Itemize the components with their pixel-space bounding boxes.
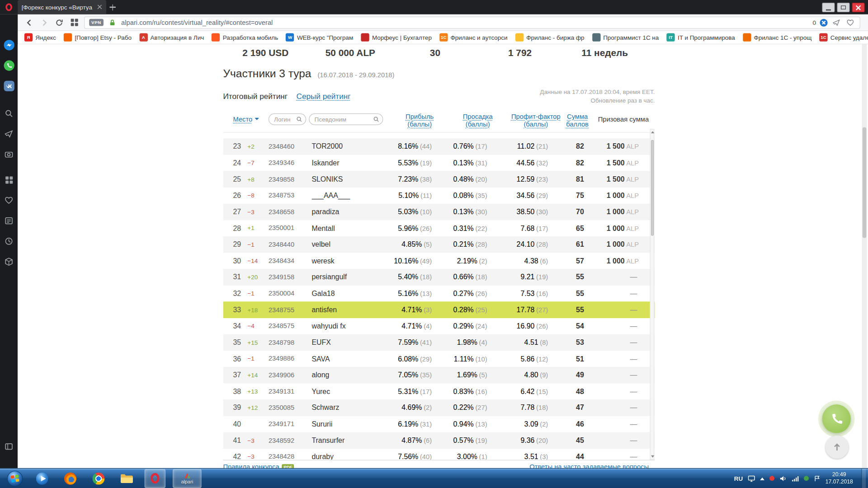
action-center-flag-icon[interactable]: [814, 475, 821, 482]
cell-nickname: Mentall: [311, 224, 389, 232]
bookmark-item[interactable]: Морфеус | Бухгалтер: [361, 33, 432, 41]
table-scrollbar-thumb[interactable]: [651, 140, 653, 236]
bookmarks-heart-icon[interactable]: [0, 192, 18, 209]
browser-addressbar: VPN alpari.com/ru/contest/virtual_realit…: [18, 14, 868, 31]
messenger-icon[interactable]: [0, 37, 18, 53]
faq-link[interactable]: Ответы на часто задаваемые вопросы: [529, 463, 649, 468]
extensions-icon[interactable]: [0, 253, 18, 270]
column-profit[interactable]: Прибыль (баллы): [402, 113, 437, 129]
url-text[interactable]: alpari.com/ru/contest/virtual_reality/#c…: [121, 19, 809, 26]
bookmark-item[interactable]: Я Яндекс: [24, 33, 56, 41]
browser-scrollbar[interactable]: [862, 44, 867, 468]
cell-drawdown: 0.29%(24): [432, 322, 487, 330]
network-icon[interactable]: [792, 475, 799, 482]
send-to-device-icon[interactable]: [0, 126, 18, 142]
vk-icon[interactable]: [0, 77, 18, 94]
url-field[interactable]: VPN alpari.com/ru/contest/virtual_realit…: [84, 16, 860, 28]
drawdown-value: 0.29%: [453, 322, 474, 330]
display-icon[interactable]: [748, 475, 755, 482]
cell-nickname: EUFX: [311, 338, 389, 346]
window-maximize-button[interactable]: [837, 3, 849, 12]
column-points[interactable]: Сумма баллов: [564, 113, 591, 129]
cell-prize: 1 500ALP: [584, 175, 655, 183]
profit-factor-points: (32): [536, 159, 548, 167]
taskbar-explorer-button[interactable]: [116, 469, 137, 488]
browser-scrollbar-thumb[interactable]: [863, 127, 867, 238]
taskbar-opera-button[interactable]: [145, 469, 166, 488]
show-desktop-button[interactable]: [861, 469, 866, 488]
cell-nickname: Iskander: [311, 159, 389, 167]
volume-icon[interactable]: [779, 475, 787, 482]
back-icon[interactable]: [24, 18, 34, 28]
profit-factor-value: 7.68: [520, 224, 534, 232]
cell-points-total: 49: [548, 371, 584, 379]
nickname-search-input[interactable]: [309, 113, 383, 125]
whatsapp-icon[interactable]: [0, 57, 18, 74]
speed-dial-icon[interactable]: [69, 18, 79, 28]
bookmark-item[interactable]: 1С Фриланс и аутсорси: [439, 33, 507, 41]
bookmark-item[interactable]: Фриланс 1С - упрощ: [743, 33, 811, 41]
start-button[interactable]: [5, 469, 24, 488]
bookmark-item[interactable]: Фриланс - биржа фр: [515, 33, 585, 41]
sidebar-settings-icon[interactable]: [0, 438, 18, 455]
browser-tab[interactable]: [Форекс конкурс «Виртуа: [18, 0, 106, 14]
callback-phone-button[interactable]: [822, 404, 851, 433]
forward-icon[interactable]: [39, 18, 49, 28]
bookmark-item[interactable]: А Авторизация в Лич: [139, 33, 204, 41]
drawdown-value: 2.19%: [457, 257, 477, 265]
bookmark-favicon: IT: [666, 33, 675, 41]
history-icon[interactable]: [0, 233, 18, 250]
tray-app-green-icon[interactable]: [804, 476, 809, 481]
vpn-badge[interactable]: VPN: [89, 19, 104, 26]
tray-app-red-icon[interactable]: [769, 476, 774, 481]
bookmark-item[interactable]: W WEB-курс "Програм: [286, 33, 353, 41]
bookmark-item[interactable]: [Повтор] Etsy - Рабо: [64, 33, 132, 41]
firefox-icon: [64, 472, 76, 484]
table-row: 31 +20 2349158 persiangulf 5.40%(18) 0.6…: [223, 269, 655, 285]
rank: 25: [233, 175, 248, 183]
contest-rules-link[interactable]: Правила конкурса: [223, 463, 279, 468]
adblock-icon[interactable]: [820, 19, 827, 26]
cell-profit: 7.05%(35): [389, 371, 432, 379]
cell-prize: —: [584, 404, 655, 412]
share-icon[interactable]: [831, 18, 841, 28]
new-tab-button[interactable]: [106, 0, 119, 14]
sort-place-label[interactable]: Место: [233, 116, 253, 123]
scroll-to-top-button[interactable]: [826, 436, 849, 459]
bookmark-item[interactable]: Программист 1С на: [592, 33, 659, 41]
taskbar-chrome-button[interactable]: [88, 469, 109, 488]
rating-gray-link[interactable]: Серый рейтинг: [297, 92, 351, 101]
cell-profit-factor: 9.36(20): [487, 436, 548, 444]
column-profit-factor[interactable]: Профит-фактор (баллы): [510, 113, 561, 129]
bookmark-heart-icon[interactable]: [845, 18, 855, 28]
taskbar-clock[interactable]: 20:49 17.07.2018: [826, 471, 853, 485]
camera-icon[interactable]: [0, 146, 18, 163]
tab-close-icon[interactable]: [97, 5, 102, 10]
cell-profit-factor: 12.59(23): [487, 175, 548, 183]
bookmark-label: Яндекс: [35, 34, 56, 41]
opera-logo-icon[interactable]: [0, 0, 18, 14]
column-sort-place[interactable]: Место: [233, 116, 259, 123]
profit-value: 6.19%: [398, 420, 418, 428]
window-close-button[interactable]: [852, 3, 864, 12]
column-drawdown[interactable]: Просадка (баллы): [459, 113, 496, 129]
rank: 23: [233, 142, 248, 150]
taskbar-firefox-button[interactable]: [60, 469, 81, 488]
hidden-icons-chevron[interactable]: [760, 475, 764, 481]
bookmark-item[interactable]: 1С Сервис удаленной р: [819, 33, 868, 41]
search-icon[interactable]: [0, 105, 18, 122]
language-indicator[interactable]: RU: [734, 475, 743, 482]
bookmark-item[interactable]: Разработка мобиль: [212, 33, 278, 41]
scroll-down-icon[interactable]: [651, 455, 654, 458]
taskbar-media-player-button[interactable]: [32, 469, 53, 488]
window-minimize-button[interactable]: [822, 3, 835, 12]
taskbar-alpari-window-button[interactable]: alpari: [173, 469, 202, 488]
profit-factor-value: 9.21: [520, 273, 534, 281]
drawdown-value: 0.94%: [453, 420, 474, 428]
personal-news-icon[interactable]: [0, 212, 18, 229]
scroll-up-icon[interactable]: [651, 131, 654, 133]
bookmark-item[interactable]: IT IT и Программирова: [666, 33, 735, 41]
speed-dial-sidebar-icon[interactable]: [0, 172, 18, 188]
reload-icon[interactable]: [54, 18, 64, 28]
table-scrollbar[interactable]: [650, 129, 655, 460]
